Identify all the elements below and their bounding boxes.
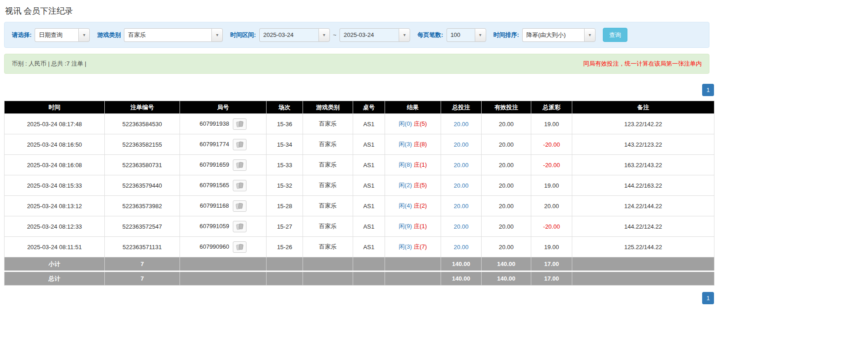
cell-total-bet: 20.00 xyxy=(441,196,482,216)
total-bet-link[interactable]: 20.00 xyxy=(454,223,469,230)
cell-round: 607991938 xyxy=(180,114,267,134)
cards-icon xyxy=(236,141,244,148)
cards-icon xyxy=(236,121,244,128)
date-from-input[interactable] xyxy=(259,28,318,42)
total-bet-link[interactable]: 20.00 xyxy=(454,244,469,251)
filter-group-game-type: 游戏类别 ▾ xyxy=(97,28,223,42)
result-player: 闲(0) xyxy=(399,120,412,127)
chevron-down-icon[interactable]: ▾ xyxy=(211,28,223,42)
cards-icon xyxy=(236,244,244,251)
cell-note: 125.22/144.22 xyxy=(572,237,714,257)
select-label: 请选择: xyxy=(12,31,31,39)
filter-bar: 请选择: ▾ 游戏类别 ▾ 时间区间: ▾ ~ ▾ xyxy=(4,22,709,48)
table-header: 时间 注单编号 局号 场次 游戏类别 桌号 结果 总投注 有效投注 总派彩 备注 xyxy=(5,101,714,114)
filter-group-page-size: 每页笔数: ▾ xyxy=(417,28,486,42)
game-type-input[interactable] xyxy=(124,28,211,42)
total-bet-link[interactable]: 20.00 xyxy=(454,141,469,148)
cards-icon xyxy=(236,203,243,210)
view-cards-button[interactable] xyxy=(233,221,247,232)
cell-note: 144.22/124.22 xyxy=(572,216,714,237)
cell-session: 15-27 xyxy=(267,216,303,237)
page-container: 视讯 会员下注纪录 请选择: ▾ 游戏类别 ▾ 时间区间: ▾ ~ xyxy=(0,0,713,308)
page-1-button[interactable]: 1 xyxy=(702,292,714,304)
cell-result: 闲(0)庄(5) xyxy=(385,114,441,134)
chevron-down-icon[interactable]: ▾ xyxy=(475,28,486,42)
table-row: 2025-03-24 08:16:08 522363580731 6079916… xyxy=(5,155,714,175)
result-banker: 庄(1) xyxy=(414,223,427,230)
empty-cell xyxy=(572,257,714,271)
col-header-payout: 总派彩 xyxy=(531,101,572,114)
cell-note: 123.22/142.22 xyxy=(572,114,714,134)
cell-payout: 19.00 xyxy=(531,175,572,196)
empty-cell xyxy=(572,271,714,286)
sort-input[interactable] xyxy=(522,28,584,42)
table-body: 2025-03-24 08:17:48 522363584530 6079919… xyxy=(5,114,714,257)
date-range-label: 时间区间: xyxy=(230,31,256,39)
total-bet-link[interactable]: 20.00 xyxy=(454,203,469,210)
view-cards-button[interactable] xyxy=(233,241,247,253)
col-header-game-type: 游戏类别 xyxy=(303,101,353,114)
date-to-combobox: ▾ xyxy=(339,28,410,42)
cell-result: 闲(4)庄(2) xyxy=(385,196,441,216)
view-cards-button[interactable] xyxy=(233,200,247,212)
cell-valid-bet: 20.00 xyxy=(482,114,531,134)
empty-cell xyxy=(180,257,267,271)
pagination-top: 1 xyxy=(4,84,714,96)
chevron-down-icon[interactable]: ▾ xyxy=(399,28,410,42)
filter-group-sort: 时间排序: ▾ xyxy=(493,28,596,42)
query-type-input[interactable] xyxy=(35,28,78,42)
game-type-label: 游戏类别 xyxy=(97,31,121,39)
total-bet-link[interactable]: 20.00 xyxy=(454,162,469,169)
cell-session: 15-28 xyxy=(267,196,303,216)
empty-cell xyxy=(385,257,441,271)
view-cards-button[interactable] xyxy=(233,139,247,150)
valid-bet-notice: 同局有效投注，统一计算在该局第一张注单内 xyxy=(583,60,702,68)
cell-round: 607991774 xyxy=(180,134,267,155)
subtotal-total-bet: 140.00 xyxy=(441,257,482,271)
cell-total-bet: 20.00 xyxy=(441,216,482,237)
cell-session: 15-36 xyxy=(267,114,303,134)
date-to-input[interactable] xyxy=(339,28,399,42)
cell-round: 607991659 xyxy=(180,155,267,175)
cell-table-no: AS1 xyxy=(353,114,385,134)
total-bet-link[interactable]: 20.00 xyxy=(454,182,469,189)
cell-round: 607991565 xyxy=(180,175,267,196)
total-label: 总计 xyxy=(5,271,105,286)
cell-game-type: 百家乐 xyxy=(303,155,353,175)
view-cards-button[interactable] xyxy=(233,159,247,171)
total-total-bet: 140.00 xyxy=(441,271,482,286)
page-size-input[interactable] xyxy=(447,28,475,42)
view-cards-button[interactable] xyxy=(233,180,247,191)
cards-icon xyxy=(236,162,244,169)
cell-table-no: AS1 xyxy=(353,134,385,155)
cell-result: 闲(2)庄(5) xyxy=(385,175,441,196)
col-header-valid-bet: 有效投注 xyxy=(482,101,531,114)
cell-total-bet: 20.00 xyxy=(441,134,482,155)
search-button[interactable]: 查询 xyxy=(603,28,627,42)
cell-valid-bet: 20.00 xyxy=(482,216,531,237)
cell-note: 143.22/123.22 xyxy=(572,134,714,155)
filter-group-select: 请选择: ▾ xyxy=(12,28,90,42)
table-footer: 小计 7 140.00 140.00 17.00 总计 7 1 xyxy=(5,257,714,286)
chevron-down-icon[interactable]: ▾ xyxy=(584,28,596,42)
cell-result: 闲(3)庄(8) xyxy=(385,134,441,155)
chevron-down-icon[interactable]: ▾ xyxy=(78,28,90,42)
total-bet-link[interactable]: 20.00 xyxy=(454,121,469,128)
page-size-label: 每页笔数: xyxy=(417,31,443,39)
view-cards-button[interactable] xyxy=(233,118,247,130)
page-1-button[interactable]: 1 xyxy=(702,84,714,96)
subtotal-count: 7 xyxy=(105,257,180,271)
game-type-combobox: ▾ xyxy=(124,28,223,42)
result-banker: 庄(5) xyxy=(414,182,427,189)
chevron-down-icon[interactable]: ▾ xyxy=(318,28,330,42)
empty-cell xyxy=(353,257,385,271)
subtotal-valid-bet: 140.00 xyxy=(482,257,531,271)
cell-payout: -20.00 xyxy=(531,155,572,175)
cards-icon xyxy=(236,182,244,189)
cell-game-type: 百家乐 xyxy=(303,237,353,257)
cell-table-no: AS1 xyxy=(353,155,385,175)
col-header-bet-id: 注单编号 xyxy=(105,101,180,114)
table-row: 2025-03-24 08:13:12 522363573982 6079911… xyxy=(5,196,714,216)
cell-round: 607990960 xyxy=(180,237,267,257)
cell-table-no: AS1 xyxy=(353,196,385,216)
